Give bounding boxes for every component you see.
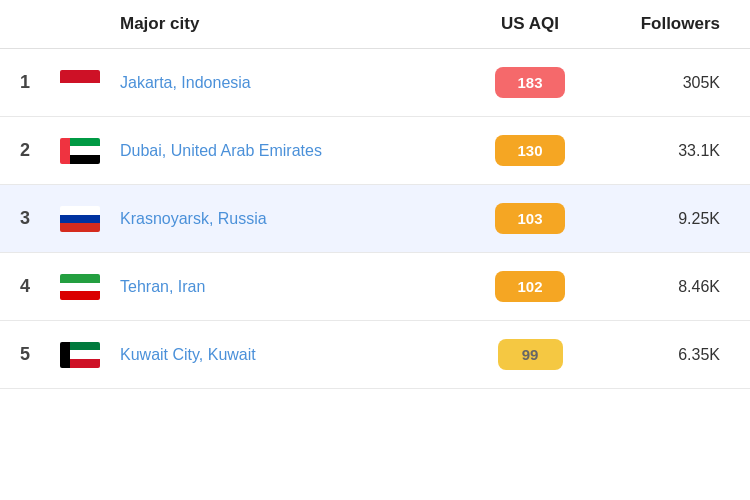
flag-cell [60, 70, 120, 96]
rank-number: 2 [20, 140, 60, 161]
flag-cell [60, 138, 120, 164]
flag-cell [60, 274, 120, 300]
city-name[interactable]: Dubai, United Arab Emirates [120, 142, 460, 160]
rank-number: 5 [20, 344, 60, 365]
aqi-badge: 183 [495, 67, 564, 98]
flag-iran [60, 274, 100, 300]
city-name[interactable]: Jakarta, Indonesia [120, 74, 460, 92]
table-row[interactable]: 5 Kuwait City, Kuwait 99 6.35K [0, 321, 750, 389]
aqi-cell: 103 [460, 203, 600, 234]
flag-kuwait [60, 342, 100, 368]
followers-value: 8.46K [600, 278, 730, 296]
flag-russia [60, 206, 100, 232]
followers-value: 6.35K [600, 346, 730, 364]
followers-column-header: Followers [600, 14, 730, 34]
table-body: 1 Jakarta, Indonesia 183 305K 2 Dubai, U… [0, 49, 750, 389]
table-row[interactable]: 2 Dubai, United Arab Emirates 130 33.1K [0, 117, 750, 185]
table-row[interactable]: 3 Krasnoyarsk, Russia 103 9.25K [0, 185, 750, 253]
aqi-column-header: US AQI [460, 14, 600, 34]
flag-uae [60, 138, 100, 164]
followers-value: 9.25K [600, 210, 730, 228]
table-row[interactable]: 4 Tehran, Iran 102 8.46K [0, 253, 750, 321]
city-column-header: Major city [120, 14, 460, 34]
aqi-cell: 102 [460, 271, 600, 302]
aqi-cell: 130 [460, 135, 600, 166]
rank-number: 4 [20, 276, 60, 297]
city-name[interactable]: Kuwait City, Kuwait [120, 346, 460, 364]
rank-number: 1 [20, 72, 60, 93]
aqi-cell: 183 [460, 67, 600, 98]
followers-value: 33.1K [600, 142, 730, 160]
rank-number: 3 [20, 208, 60, 229]
table-row[interactable]: 1 Jakarta, Indonesia 183 305K [0, 49, 750, 117]
flag-cell [60, 206, 120, 232]
aqi-badge: 103 [495, 203, 564, 234]
aqi-badge: 130 [495, 135, 564, 166]
city-name[interactable]: Tehran, Iran [120, 278, 460, 296]
flag-cell [60, 342, 120, 368]
aqi-badge: 99 [498, 339, 563, 370]
city-name[interactable]: Krasnoyarsk, Russia [120, 210, 460, 228]
followers-value: 305K [600, 74, 730, 92]
table-header: Major city US AQI Followers [0, 0, 750, 49]
air-quality-table: Major city US AQI Followers 1 Jakarta, I… [0, 0, 750, 389]
flag-indonesia [60, 70, 100, 96]
aqi-badge: 102 [495, 271, 564, 302]
aqi-cell: 99 [460, 339, 600, 370]
